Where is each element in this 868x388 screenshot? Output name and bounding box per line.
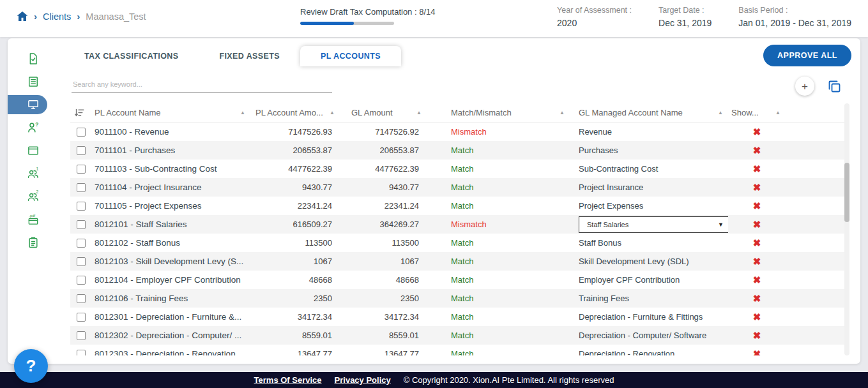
pdf-card-icon[interactable]: .pdf (8, 208, 59, 231)
column-header[interactable]: GL Managed Account Name▲ (570, 108, 728, 117)
copyright-text: © Copyright 2020. Xion.AI Pte Limited. A… (404, 375, 614, 385)
table-row: 8012303 - Depreciation - Renovation 1364… (70, 345, 844, 355)
pages-list-icon[interactable] (8, 70, 59, 93)
clipboard-icon[interactable] (8, 231, 59, 254)
vertical-scrollbar[interactable] (844, 103, 849, 355)
help-button[interactable]: ? (14, 349, 48, 383)
row-checkbox[interactable] (77, 276, 86, 285)
chevron-down-icon: ▼ (718, 221, 724, 228)
tab-tax-classifications[interactable]: TAX CLASSIFICATIONS (64, 46, 199, 66)
pl-account-amount: 206553.87 (250, 146, 340, 155)
pl-account-name: 7011105 - Project Expenses (93, 201, 250, 211)
pl-account-name: 7011104 - Project Insurance (93, 183, 250, 192)
row-checkbox[interactable] (77, 202, 86, 211)
sort-arrow-icon[interactable]: ▲ (416, 110, 422, 116)
document-check-icon[interactable] (8, 47, 59, 70)
topbar: › Clients › Maanasa_Test Review Draft Ta… (0, 0, 868, 37)
pl-account-amount: 1067 (250, 257, 340, 266)
sort-arrow-icon[interactable]: ▲ (560, 110, 565, 116)
gl-managed-account: Depreciation - Furniture & Fittings (570, 312, 728, 322)
search-input[interactable] (72, 75, 332, 93)
gl-managed-account: Employer CPF Contribution (570, 275, 728, 285)
sort-arrow-icon[interactable]: ▲ (775, 110, 780, 116)
row-checkbox[interactable] (77, 220, 86, 229)
remove-mapping-button[interactable]: ✖ (728, 200, 786, 212)
pl-account-name: 8012104 - Employer CPF Contribution (93, 275, 250, 285)
monitor-icon[interactable] (8, 93, 59, 116)
remove-mapping-button[interactable]: ✖ (728, 348, 786, 356)
scrollbar-thumb[interactable] (844, 163, 849, 222)
tab-fixed-assets[interactable]: FIXED ASSETS (199, 46, 300, 66)
privacy-policy-link[interactable]: Privacy Policy (335, 375, 391, 385)
sort-arrow-icon[interactable]: ▲ (240, 110, 245, 116)
gl-amount: 2350 (340, 294, 427, 303)
sort-list-icon[interactable] (70, 107, 93, 118)
remove-mapping-button[interactable]: ✖ (728, 311, 786, 323)
gl-managed-account: Purchases (570, 146, 728, 155)
svg-text:2: 2 (36, 190, 39, 194)
gl-managed-account: Depreciation - Computer/ Software (570, 331, 728, 340)
gl-account-dropdown[interactable]: Staff Salaries ▼ (579, 216, 728, 233)
remove-mapping-button[interactable]: ✖ (728, 126, 786, 138)
terms-of-service-link[interactable]: Terms Of Service (254, 375, 322, 385)
home-icon[interactable] (17, 11, 28, 22)
pl-account-name: 8012301 - Depreciation - Furniture &... (93, 312, 250, 322)
progress-section: Review Draft Tax Computation : 8/14 (300, 7, 441, 25)
gl-amount: 113500 (340, 238, 427, 248)
remove-mapping-button[interactable]: ✖ (728, 163, 786, 175)
sort-arrow-icon[interactable]: ▲ (718, 110, 723, 116)
main-card: ? 1 2 .pdf TAX CLASSIFICATIONSFIXED ASSE… (8, 38, 860, 364)
row-checkbox[interactable] (77, 239, 86, 248)
remove-mapping-button[interactable]: ✖ (728, 293, 786, 304)
row-checkbox[interactable] (77, 350, 86, 356)
sort-arrow-icon[interactable]: ▲ (330, 110, 335, 116)
row-checkbox[interactable] (77, 294, 86, 303)
remove-mapping-button[interactable]: ✖ (728, 256, 786, 267)
column-header[interactable]: GL Amount▲ (340, 108, 427, 117)
table-row: 7011101 - Purchases 206553.87 206553.87 … (70, 141, 844, 160)
table-row: 8012301 - Depreciation - Furniture &... … (70, 308, 844, 326)
card-icon[interactable] (8, 139, 59, 162)
table-row: 8012104 - Employer CPF Contribution 4866… (70, 271, 844, 289)
column-header[interactable]: PL Account Name▲ (93, 108, 250, 117)
row-checkbox[interactable] (77, 313, 86, 322)
pl-account-amount: 8559.01 (250, 331, 340, 340)
row-checkbox[interactable] (77, 331, 86, 340)
breadcrumb: › Clients › Maanasa_Test (17, 11, 146, 22)
breadcrumb-separator: › (34, 11, 37, 22)
meta-item: Year of Assessment :2020 (557, 6, 632, 28)
group-one-icon[interactable]: 1 (8, 162, 59, 185)
column-header[interactable]: Match/Mismatch▲ (427, 108, 570, 117)
column-header[interactable]: Show...▲ (728, 108, 786, 117)
toolbar: + (64, 71, 850, 101)
remove-mapping-button[interactable]: ✖ (728, 182, 786, 193)
gl-managed-account: Revenue (570, 127, 728, 137)
gl-amount: 8559.01 (340, 331, 427, 340)
row-checkbox[interactable] (77, 165, 86, 174)
remove-mapping-button[interactable]: ✖ (728, 145, 786, 156)
match-status: Match (427, 257, 570, 266)
remove-mapping-button[interactable]: ✖ (728, 330, 786, 341)
breadcrumb-clients[interactable]: Clients (43, 11, 71, 22)
row-checkbox[interactable] (77, 183, 86, 192)
pl-account-amount: 22341.24 (250, 201, 340, 211)
gl-amount: 13647.77 (340, 349, 427, 355)
table-body: 9011100 - Revenue 7147526.93 7147526.92 … (70, 123, 844, 355)
remove-mapping-button[interactable]: ✖ (728, 237, 786, 249)
remove-mapping-button[interactable]: ✖ (728, 274, 786, 286)
match-status: Match (427, 294, 570, 303)
row-checkbox[interactable] (77, 146, 86, 155)
approve-all-button[interactable]: APPROVE ALL (763, 45, 851, 66)
footer: Terms Of Service Privacy Policy © Copyri… (0, 372, 868, 388)
copy-icon[interactable] (826, 78, 842, 95)
add-button[interactable]: + (795, 77, 814, 96)
gl-amount: 7147526.92 (340, 127, 427, 137)
column-header[interactable]: PL Account Amo...▲ (250, 108, 340, 117)
person-question-icon[interactable]: ? (8, 116, 59, 139)
tab-pl-accounts[interactable]: PL ACCOUNTS (300, 46, 401, 66)
group-two-icon[interactable]: 2 (8, 185, 59, 208)
gl-amount: 1067 (340, 257, 427, 266)
remove-mapping-button[interactable]: ✖ (728, 219, 786, 230)
row-checkbox[interactable] (77, 128, 86, 137)
row-checkbox[interactable] (77, 257, 86, 266)
